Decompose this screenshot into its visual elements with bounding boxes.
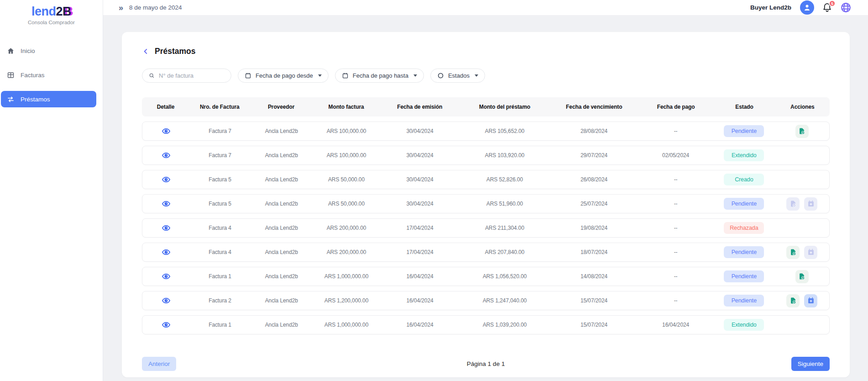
due-date: 29/07/2024 — [549, 152, 638, 159]
payment-date: -- — [638, 128, 713, 134]
user-name: Buyer Lend2b — [750, 4, 791, 11]
invoice-number: Factura 2 — [190, 297, 250, 304]
language-button[interactable] — [840, 2, 852, 13]
provider: Ancla Lend2b — [250, 297, 313, 304]
view-detail-button[interactable] — [162, 296, 171, 305]
sidebar-item-label: Facturas — [21, 72, 45, 79]
current-date: 8 de mayo de 2024 — [129, 4, 182, 11]
states-filter[interactable]: Estados — [430, 69, 485, 83]
invoice-amount: ARS 1,000,000.00 — [313, 322, 380, 328]
table-row: Factura 4 Ancla Lend2b ARS 200,000.00 17… — [142, 218, 830, 238]
notification-badge: 5 — [829, 0, 836, 7]
row-actions — [775, 270, 829, 283]
sidebar-item-inicio[interactable]: Inicio — [1, 42, 96, 59]
invoice-number: Factura 7 — [190, 152, 250, 159]
payment-date: -- — [638, 225, 713, 231]
issue-date: 16/04/2024 — [380, 322, 460, 328]
home-icon — [7, 47, 15, 55]
date-from-filter[interactable]: Fecha de pago desde — [238, 69, 329, 83]
back-chevron-icon[interactable] — [142, 48, 150, 55]
loan-amount: ARS 1,056,520.00 — [460, 273, 549, 280]
topbar-right: Buyer Lend2b 5 — [750, 0, 852, 15]
loan-amount: ARS 1,247,040.00 — [460, 297, 549, 304]
document-check-action-button[interactable] — [786, 294, 800, 307]
calendar-plus-action-button — [804, 197, 817, 211]
view-detail-button[interactable] — [162, 127, 171, 136]
search-icon — [149, 72, 155, 79]
invoice-amount: ARS 200,000.00 — [313, 225, 380, 231]
view-detail-button[interactable] — [162, 248, 171, 257]
logo-lend: lend — [31, 5, 56, 18]
invoice-amount: ARS 100,000.00 — [313, 128, 380, 134]
invoice-number: Factura 1 — [190, 322, 250, 328]
provider: Ancla Lend2b — [250, 322, 313, 328]
row-actions — [775, 294, 829, 307]
document-check-action-button[interactable] — [795, 270, 809, 283]
issue-date: 30/04/2024 — [380, 201, 460, 207]
status-badge: Pendiente — [724, 198, 764, 210]
table-header-row: DetalleNro. de FacturaProveedorMonto fac… — [142, 97, 830, 116]
states-label: Estados — [448, 72, 470, 79]
invoice-amount: ARS 1,000,000.00 — [313, 273, 380, 280]
column-header: Estado — [713, 104, 775, 110]
table-row: Factura 1 Ancla Lend2b ARS 1,000,000.00 … — [142, 267, 830, 286]
column-header: Detalle — [142, 104, 189, 110]
filters-bar: Fecha de pago desde Fecha de pago hasta … — [142, 69, 830, 83]
loan-amount: ARS 1,039,200.00 — [460, 322, 549, 328]
collapse-sidebar-icon[interactable]: » — [119, 4, 123, 12]
row-actions — [775, 197, 829, 211]
calendar-plus-icon — [807, 249, 815, 256]
sidebar-item-label: Inicio — [21, 48, 35, 54]
payment-date: -- — [638, 273, 713, 280]
logo-2: 2 — [56, 5, 63, 18]
column-header: Acciones — [775, 104, 830, 110]
status-badge: Extendido — [724, 319, 764, 331]
invoice-number: Factura 5 — [190, 201, 250, 207]
sidebar-item-facturas[interactable]: Facturas — [1, 67, 96, 83]
invoice-search[interactable] — [142, 69, 231, 83]
sidebar-item-prestamos[interactable]: Préstamos — [1, 91, 96, 107]
logo-b: B — [63, 5, 71, 18]
due-date: 28/08/2024 — [549, 128, 638, 134]
view-detail-button[interactable] — [162, 151, 171, 160]
globe-icon — [840, 2, 852, 13]
swap-arrows-icon — [7, 95, 15, 103]
view-detail-button[interactable] — [162, 272, 171, 281]
issue-date: 30/04/2024 — [380, 128, 460, 134]
calendar-plus-icon — [807, 297, 815, 304]
date-to-filter[interactable]: Fecha de pago hasta — [335, 69, 424, 83]
view-detail-button[interactable] — [162, 320, 171, 329]
payment-date: -- — [638, 201, 713, 207]
sidebar: lend2BB Consola Comprador Inicio Factura… — [0, 0, 103, 381]
next-page-button[interactable]: Siguiente — [791, 357, 830, 371]
column-header: Monto factura — [313, 104, 380, 110]
document-check-action-button[interactable] — [786, 246, 800, 259]
brand-subtitle: Consola Comprador — [0, 20, 103, 25]
notifications-button[interactable]: 5 — [822, 2, 832, 13]
column-header: Proveedor — [250, 104, 313, 110]
view-detail-button[interactable] — [162, 199, 171, 208]
calendar-plus-action-button[interactable] — [804, 294, 817, 307]
chevron-down-icon — [413, 74, 417, 77]
issue-date: 30/04/2024 — [380, 176, 460, 183]
loan-amount: ARS 211,304.00 — [460, 225, 549, 231]
document-check-icon — [790, 200, 797, 207]
search-input[interactable] — [159, 72, 225, 79]
calendar-icon — [342, 72, 349, 79]
provider: Ancla Lend2b — [250, 273, 313, 280]
view-detail-button[interactable] — [162, 175, 171, 184]
status-circle-icon — [437, 72, 444, 79]
table-body: Factura 7 Ancla Lend2b ARS 100,000.00 30… — [142, 122, 830, 334]
table-row: Factura 1 Ancla Lend2b ARS 1,000,000.00 … — [142, 315, 830, 334]
sidebar-item-label: Préstamos — [21, 96, 50, 103]
invoice-amount: ARS 50,000.00 — [313, 176, 380, 183]
invoice-number: Factura 1 — [190, 273, 250, 280]
loan-amount: ARS 103,920.00 — [460, 152, 549, 159]
table-row: Factura 7 Ancla Lend2b ARS 100,000.00 30… — [142, 122, 830, 141]
payment-date: 02/05/2024 — [638, 152, 713, 159]
view-detail-button[interactable] — [162, 223, 171, 233]
column-header: Monto del préstamo — [460, 104, 549, 110]
document-check-action-button[interactable] — [795, 125, 809, 138]
provider: Ancla Lend2b — [250, 152, 313, 159]
user-avatar[interactable] — [800, 0, 814, 15]
